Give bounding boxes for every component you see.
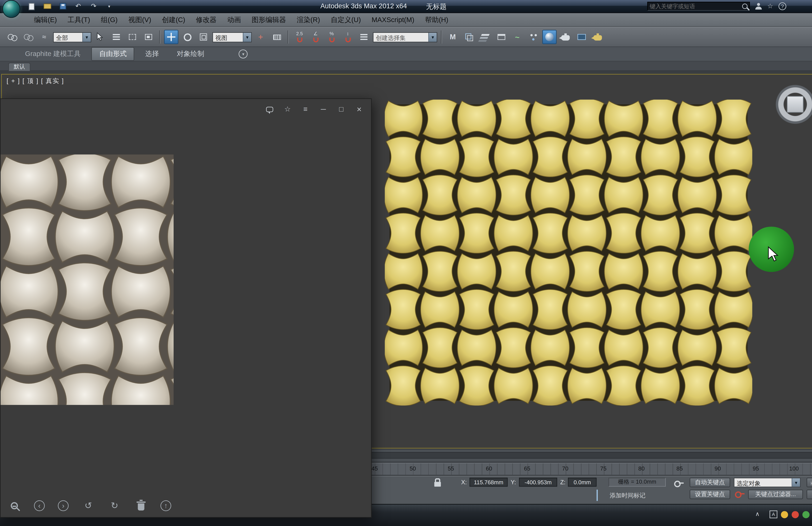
tray-expand-icon[interactable]: ∧ <box>755 510 760 517</box>
float-minimize-button[interactable]: ─ <box>319 104 328 114</box>
menu-item-4[interactable]: 创建(C) <box>157 14 190 26</box>
render-setup-button[interactable] <box>558 30 572 44</box>
selection-filter-select[interactable]: 全部 ▼ <box>53 32 91 42</box>
material-editor-button[interactable] <box>542 30 556 44</box>
chat-icon[interactable] <box>265 104 274 114</box>
whats-new-icon[interactable]: ☆ <box>283 104 292 114</box>
ime-tray-icon[interactable]: A <box>770 510 778 518</box>
percent-snap-button[interactable]: % <box>324 30 339 44</box>
select-and-link-button[interactable] <box>5 30 19 44</box>
menu-item-8[interactable]: 渲染(R) <box>291 14 325 26</box>
upload-button[interactable]: ↑ <box>160 500 171 511</box>
layer-manager-button[interactable] <box>478 30 492 44</box>
save-button[interactable] <box>57 1 68 11</box>
open-file-button[interactable] <box>42 1 53 11</box>
float-maximize-button[interactable]: □ <box>336 104 346 114</box>
window-menu-icon[interactable]: ≡ <box>301 104 310 114</box>
search-icon[interactable] <box>742 3 748 9</box>
delete-button[interactable] <box>134 499 147 512</box>
ribbon-tab-2[interactable]: 选择 <box>138 48 166 60</box>
select-and-move-button[interactable] <box>164 30 178 44</box>
woven-tile-object[interactable] <box>385 100 752 405</box>
set-keys-icon[interactable] <box>735 490 744 497</box>
add-time-tag-label[interactable]: 添加时间标记 <box>610 492 646 500</box>
menu-item-0[interactable]: 编辑(E) <box>29 14 62 26</box>
set-key-button[interactable]: 设置关键点 <box>690 490 730 499</box>
qat-dropdown-button[interactable]: ▾ <box>104 1 115 11</box>
menu-item-1[interactable]: 工具(T) <box>62 14 96 26</box>
named-selection-select[interactable]: 创建选择集 ▼ <box>373 32 437 42</box>
y-value-field[interactable]: -400.953m <box>519 478 557 486</box>
combo-arrow-icon[interactable]: ▼ <box>792 478 800 486</box>
selection-set-dropdown[interactable]: 选定对象 ▼ <box>734 478 800 487</box>
select-and-manipulate-button[interactable]: + <box>253 30 268 44</box>
mirror-button[interactable]: M <box>446 30 460 44</box>
help-icon[interactable]: ? <box>779 2 786 10</box>
go-start-button[interactable]: |◀◀ <box>807 478 812 487</box>
window-crossing-button[interactable] <box>142 30 156 44</box>
ribbon-tab-0[interactable]: Graphite 建模工具 <box>18 48 88 60</box>
menu-item-10[interactable]: MAXScript(M) <box>366 14 420 25</box>
keyboard-override-button[interactable] <box>270 30 284 44</box>
view-cube-top-face[interactable] <box>787 96 803 113</box>
workspace-tab-default[interactable]: 默认 <box>8 63 30 71</box>
combo-arrow-icon[interactable]: ▼ <box>429 32 437 41</box>
schematic-view-button[interactable] <box>526 30 540 44</box>
select-and-rotate-button[interactable] <box>180 30 194 44</box>
key-filters-button[interactable]: 关键点过滤器... <box>748 490 803 499</box>
floating-window[interactable]: ☆ ≡ ─ □ × ‹ › ↺ ↻ ↑ <box>0 98 372 517</box>
spinner-snap-button[interactable]: ↕ <box>341 30 355 44</box>
next-button[interactable]: › <box>58 500 69 511</box>
snaps-toggle-button[interactable]: 2.5 <box>292 30 307 44</box>
favorites-icon[interactable]: ☆ <box>767 2 773 10</box>
zoom-out-button[interactable] <box>8 499 21 512</box>
curve-editor-button[interactable]: ~ <box>510 30 524 44</box>
z-value-field[interactable]: 0.0mm <box>568 478 596 486</box>
render-button[interactable] <box>591 30 605 44</box>
search-box[interactable] <box>647 2 750 11</box>
ribbon-toggle-button[interactable] <box>494 30 508 44</box>
3ds-max-logo[interactable] <box>2 0 20 18</box>
viewport-label[interactable]: [ + ] [ 顶 ] [ 真实 ] <box>6 77 64 85</box>
sign-in-icon[interactable] <box>755 3 762 10</box>
select-by-name-button[interactable] <box>109 30 124 44</box>
ribbon-tab-1[interactable]: 自由形式 <box>91 47 134 61</box>
ribbon-minimize-button[interactable]: ▾ <box>239 49 248 58</box>
undo-view-button[interactable]: ↺ <box>82 499 95 512</box>
angle-snap-button[interactable]: ∠ <box>308 30 323 44</box>
ribbon-tab-3[interactable]: 对象绘制 <box>170 48 211 60</box>
menu-item-7[interactable]: 图形编辑器 <box>246 14 291 26</box>
edit-named-selections-button[interactable] <box>357 30 371 44</box>
menu-item-3[interactable]: 视图(V) <box>123 14 157 26</box>
unlink-selection-button[interactable] <box>21 30 35 44</box>
undo-button[interactable]: ↶ <box>73 1 84 11</box>
auto-key-button[interactable]: 自动关键点 <box>690 478 730 487</box>
menu-item-5[interactable]: 修改器 <box>191 14 222 26</box>
align-button[interactable] <box>462 30 476 44</box>
menu-item-2[interactable]: 组(G) <box>96 14 123 26</box>
select-object-button[interactable] <box>93 30 107 44</box>
redo-button[interactable]: ↷ <box>88 1 99 11</box>
float-close-button[interactable]: × <box>354 104 364 114</box>
prev-key-button[interactable]: |◀ <box>807 490 812 499</box>
tray-app-icon-red[interactable] <box>792 511 799 518</box>
reference-coordinate-select[interactable]: 视图 ▼ <box>213 32 252 42</box>
combo-arrow-icon[interactable]: ▼ <box>243 32 251 41</box>
rendered-frame-button[interactable] <box>575 30 589 44</box>
menu-item-11[interactable]: 帮助(H) <box>420 14 453 26</box>
search-input[interactable] <box>650 3 742 10</box>
select-and-scale-button[interactable] <box>196 30 211 44</box>
new-file-button[interactable] <box>26 1 37 11</box>
x-value-field[interactable]: 115.768mm <box>469 478 508 486</box>
prev-button[interactable]: ‹ <box>34 500 45 511</box>
combo-arrow-icon[interactable]: ▼ <box>82 32 91 41</box>
view-cube[interactable] <box>775 84 812 125</box>
bind-to-spacewarp-button[interactable]: ≈ <box>37 30 51 44</box>
rectangular-selection-button[interactable] <box>125 30 140 44</box>
menu-item-6[interactable]: 动画 <box>222 14 246 26</box>
tray-app-icon-orange[interactable] <box>781 511 788 518</box>
tray-app-icon-green[interactable] <box>802 511 810 518</box>
lock-selection-button[interactable] <box>434 482 441 486</box>
redo-view-button[interactable]: ↻ <box>108 499 121 512</box>
menu-item-9[interactable]: 自定义(U) <box>325 14 366 26</box>
